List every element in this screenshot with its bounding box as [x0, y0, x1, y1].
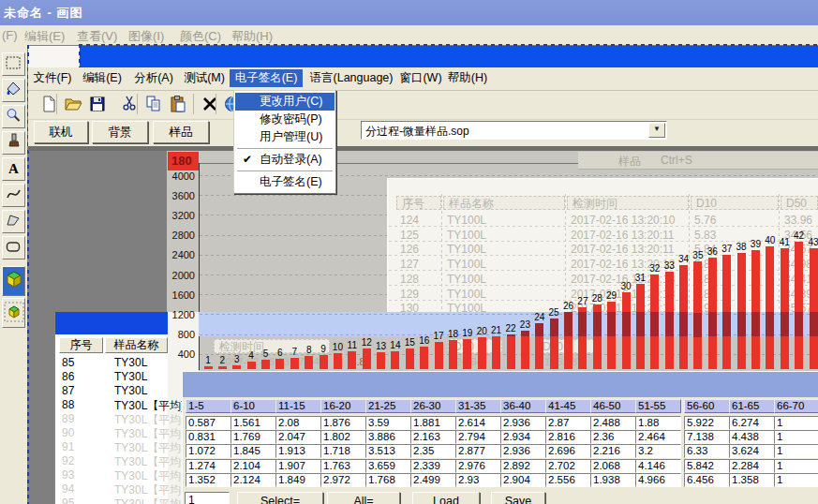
tool-select[interactable]: [2, 52, 25, 76]
paint-menu-1[interactable]: 编辑(E): [24, 28, 65, 45]
paint-toolbox: A: [0, 45, 28, 504]
result-cell: 2.36: [590, 430, 636, 444]
app-menu-4[interactable]: 测试(M): [183, 69, 226, 87]
paint-menu-0[interactable]: (F): [2, 28, 18, 42]
save-icon: [88, 95, 107, 116]
tool-magnifier[interactable]: [2, 105, 25, 128]
sample-row[interactable]: 88TY30L【平均]: [55, 397, 168, 411]
paste-button[interactable]: [167, 94, 189, 116]
ghost-table-cell: 127: [400, 258, 419, 271]
menu-item-3[interactable]: 自动登录(A)✔: [235, 151, 335, 169]
delete-button[interactable]: [199, 94, 221, 116]
ghost-table-row-line: [389, 226, 818, 227]
tool-fill[interactable]: [2, 79, 25, 102]
sample-ghost-row: 90TY30L【平均: [55, 425, 168, 439]
app-menu-5[interactable]: 电子签名(E): [230, 69, 303, 87]
sample-row[interactable]: 86TY30L: [55, 369, 168, 383]
result-cell: 2.934: [500, 430, 546, 444]
sample-row-no: 85: [62, 356, 74, 369]
tool-text[interactable]: A: [2, 157, 25, 181]
menu-item-0[interactable]: 更改用户(C): [235, 93, 335, 111]
sop-combobox[interactable]: 分过程-微量样品.sop ▼: [361, 121, 667, 140]
result-cell: 2.892: [500, 459, 546, 473]
bar-1: [204, 366, 213, 369]
paint-menu-4[interactable]: 颜色(C): [180, 28, 221, 45]
row-count-input[interactable]: 1: [185, 492, 230, 504]
paint-menu-2[interactable]: 查看(V): [77, 28, 117, 45]
result-cell: 2.696: [545, 444, 591, 458]
result-cell: 4.438: [729, 430, 775, 444]
ghost-menu-shortcut: Ctrl+S: [661, 154, 692, 167]
sample-table-header-1: 样品名称: [105, 337, 168, 353]
result-cell: 1.768: [365, 473, 411, 487]
sample-row-no: 87: [62, 384, 74, 397]
combobox-dropdown-button[interactable]: ▼: [648, 123, 665, 138]
result-cell: 1: [774, 416, 818, 430]
result-cell: 1: [774, 459, 818, 473]
tool-curve[interactable]: [2, 184, 25, 207]
ghost-menu-label: 样品: [618, 154, 641, 170]
sample-ghost-row: 89TY30L【平均: [55, 411, 168, 425]
save-button[interactable]: [86, 94, 109, 116]
app-menu-7[interactable]: 窗口(W): [397, 69, 444, 87]
selection-marquee-top[interactable]: [79, 44, 818, 46]
sample-row-no: 88: [62, 398, 74, 411]
bar-34: [679, 265, 688, 369]
ghost-table-cell: TY100L: [447, 229, 486, 242]
y-tick-3200: 3200: [167, 210, 195, 221]
ghost-table-cell: 2017-02-16 13:20:10: [571, 214, 675, 227]
app-menu-8[interactable]: 帮助(H): [446, 69, 489, 87]
result-cell: 1: [774, 473, 818, 487]
app-menubar: 文件(F)编辑(E)分析(A)测试(M)电子签名(E)语言(Language)窗…: [28, 67, 818, 91]
result-cell: 3.59: [365, 416, 411, 430]
tool-rounded-rect[interactable]: [2, 236, 25, 259]
text-icon: A: [8, 161, 19, 177]
tool-polygon[interactable]: [2, 210, 25, 233]
cube-3d-small-icon: [4, 301, 24, 326]
menu-item-4[interactable]: 电子签名(E): [235, 173, 335, 191]
sample-window-titlebar[interactable]: [55, 312, 168, 334]
paint-menu-5[interactable]: 帮助(H): [231, 28, 273, 45]
app-menu-6[interactable]: 语言(Language): [305, 69, 397, 87]
copy-button[interactable]: [142, 94, 165, 116]
new-icon: [39, 95, 58, 116]
paint-titlebar: 未命名 - 画图: [0, 0, 818, 25]
bar-20: [478, 337, 486, 369]
sample-row[interactable]: 85TY30L: [55, 355, 168, 369]
selection-marquee-left-upper[interactable]: [79, 44, 81, 68]
result-cell: 2.339: [410, 459, 456, 473]
open-button[interactable]: [62, 94, 84, 116]
save-button[interactable]: Save: [491, 492, 545, 504]
app-menu-3[interactable]: 分析(A): [132, 69, 175, 87]
sample-row[interactable]: 87TY30L: [55, 383, 168, 397]
bar-25: [550, 319, 558, 369]
toolbar-separator: [193, 94, 194, 114]
menu-item-1[interactable]: 修改密码(P): [235, 111, 335, 128]
paint-menu-3[interactable]: 图像(I): [128, 28, 164, 45]
app-button-3[interactable]: 样品: [153, 121, 209, 143]
tool-cube-3d[interactable]: [2, 266, 25, 296]
result-cell: 2.614: [455, 416, 501, 430]
result-col-header-6: 31-35: [455, 399, 501, 413]
result-col-header-1: 6-10: [231, 399, 276, 413]
result-cell: 1: [774, 444, 818, 458]
app-menu-1[interactable]: 文件(F): [31, 69, 74, 87]
load-button[interactable]: Load: [412, 492, 480, 504]
app-button-1[interactable]: 联机: [34, 121, 88, 143]
sample-ghost-no: 95: [62, 497, 74, 504]
result-col-header-3: 16-20: [320, 399, 366, 413]
tool-brush[interactable]: [2, 131, 25, 155]
result-col-header-7: 36-40: [500, 399, 546, 413]
result-cell: 2.163: [410, 430, 456, 444]
copy-icon: [144, 95, 163, 116]
tool-cube-3d-small[interactable]: [2, 298, 25, 328]
app-button-2[interactable]: 背景: [92, 121, 148, 143]
select-button[interactable]: Select=: [237, 492, 323, 504]
result-cell: 1.907: [275, 459, 321, 473]
result-cell: 5.842: [684, 459, 730, 473]
ghost-table-cell: 2017-02-16 13:20:11: [571, 229, 675, 242]
menu-item-2[interactable]: 用户管理(U): [235, 128, 335, 146]
result-cell: 2.93: [455, 473, 501, 487]
app-menu-2[interactable]: 编辑(E): [81, 69, 124, 87]
all-button[interactable]: All=: [327, 492, 400, 504]
